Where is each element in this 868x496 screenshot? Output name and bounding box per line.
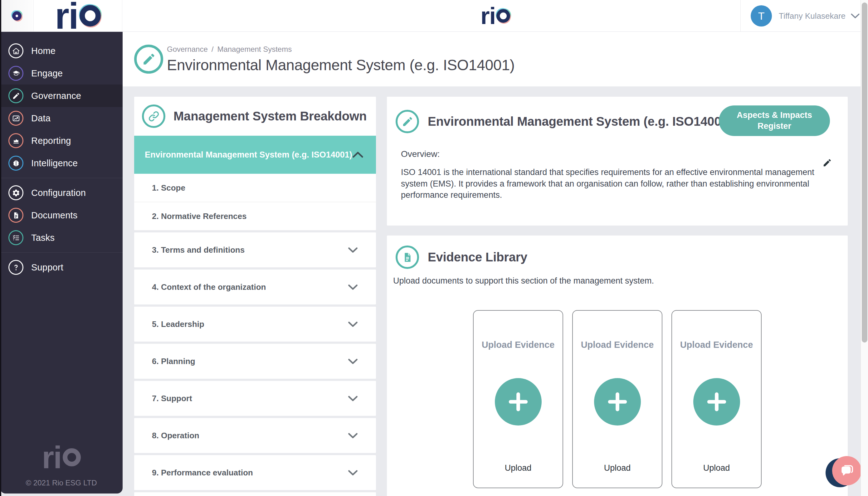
rio-wordmark: ri [55, 0, 101, 34]
scrollbar-thumb[interactable] [862, 2, 867, 342]
sidebar-group: HomeEngageGovernanceDataReportingIntelli… [0, 40, 123, 174]
sidebar-item-data[interactable]: Data [0, 107, 123, 129]
breakdown-section-3-terms-and-definitions[interactable]: 3. Terms and definitions [134, 232, 376, 267]
breakdown-section-6-planning[interactable]: 6. Planning [134, 344, 376, 379]
upload-button[interactable]: Upload [672, 463, 761, 473]
breadcrumb-separator: / [212, 45, 214, 54]
evidence-subtitle: Upload documents to support this section… [393, 276, 654, 286]
rio-o-icon [63, 448, 81, 466]
section-label: 2. Normative References [152, 212, 247, 221]
document-icon [396, 246, 419, 269]
section-label: 3. Terms and definitions [152, 245, 245, 255]
upload-card-title: Upload Evidence [474, 340, 562, 350]
sidebar-item-governance[interactable]: Governance [0, 84, 123, 107]
overview-label: Overview: [401, 149, 439, 159]
plus-icon[interactable] [693, 378, 740, 425]
sidebar-item-engage[interactable]: Engage [0, 62, 123, 84]
sidebar-item-support[interactable]: Support [0, 256, 123, 279]
evidence-title: Evidence Library [428, 250, 527, 264]
reporting-icon [9, 133, 24, 148]
documents-icon [9, 208, 24, 223]
aspects-impacts-register-button[interactable]: Aspects & Impacts Register [719, 106, 830, 136]
section-label: 6. Planning [152, 357, 195, 366]
evidence-library-card: Evidence Library Upload documents to sup… [387, 235, 848, 496]
upload-evidence-card-3[interactable]: Upload EvidenceUpload [671, 310, 762, 488]
sidebar-divider [0, 178, 123, 178]
home-icon [9, 43, 24, 58]
breakdown-section-4-context-of-the-organization[interactable]: 4. Context of the organization [134, 269, 376, 305]
app-window: ri ri T Tiffany Kulasekare HomeEngageGov… [0, 0, 868, 496]
configuration-icon [9, 185, 24, 200]
rio-wordmark-center: ri [480, 4, 510, 28]
upload-button[interactable]: Upload [573, 463, 662, 473]
sidebar-item-reporting[interactable]: Reporting [0, 129, 123, 152]
upload-evidence-card-2[interactable]: Upload EvidenceUpload [572, 310, 662, 488]
sidebar-item-label: Support [31, 262, 63, 273]
breakdown-section-7-support[interactable]: 7. Support [134, 381, 376, 416]
page-title: Environmental Management System (e.g. IS… [167, 57, 514, 74]
chat-button[interactable] [832, 456, 862, 485]
chevron-down-icon [348, 433, 358, 439]
breakdown-section-5-leadership[interactable]: 5. Leadership [134, 307, 376, 342]
chevron-down-icon [348, 321, 358, 327]
sidebar-item-label: Tasks [31, 233, 55, 243]
tasks-icon [9, 230, 24, 245]
section-label: 1. Scope [152, 183, 185, 193]
pencil-icon [134, 45, 163, 74]
sidebar-item-documents[interactable]: Documents [0, 204, 123, 227]
sidebar-group: ConfigurationDocumentsTasks [0, 182, 123, 249]
sidebar-item-configuration[interactable]: Configuration [0, 182, 123, 204]
chevron-down-icon [348, 284, 358, 290]
rio-ring-logo-icon [12, 11, 21, 20]
engage-icon [9, 66, 24, 81]
sidebar-item-label: Documents [31, 210, 77, 220]
sidebar-item-label: Engage [31, 68, 63, 79]
avatar[interactable]: T [751, 5, 772, 27]
copyright: © 2021 Rio ESG LTD [0, 479, 123, 487]
screen-edge-strip [0, 0, 1, 496]
rio-o-icon [496, 9, 510, 23]
chevron-down-icon [348, 396, 358, 402]
user-name: Tiffany Kulasekare [779, 11, 846, 21]
chevron-up-icon [352, 151, 363, 158]
sidebar-watermark: ri [0, 442, 123, 473]
rio-o-icon [80, 5, 101, 26]
sidebar: HomeEngageGovernanceDataReportingIntelli… [0, 32, 123, 494]
breakdown-active-item[interactable]: Environmental Management System (e.g. IS… [134, 136, 376, 174]
sidebar-item-label: Reporting [31, 136, 71, 146]
section-label: 8. Operation [152, 431, 199, 440]
governance-icon [9, 88, 24, 103]
sidebar-item-label: Data [31, 113, 50, 124]
sidebar-item-intelligence[interactable]: Intelligence [0, 152, 123, 174]
plus-icon[interactable] [495, 378, 542, 425]
breadcrumb: Governance/Management Systems [167, 45, 514, 54]
breakdown-head-card: Management System Breakdown Environmenta… [134, 97, 376, 230]
breadcrumb-governance[interactable]: Governance [167, 45, 208, 54]
breakdown-title: Management System Breakdown [173, 109, 367, 123]
breakdown-section-2-normative-references[interactable]: 2. Normative References [134, 202, 376, 230]
upload-button[interactable]: Upload [474, 463, 562, 473]
overview-text: ISO 14001 is the international standard … [401, 167, 838, 201]
sidebar-item-home[interactable]: Home [0, 40, 123, 62]
page-scrollbar[interactable] [861, 0, 868, 496]
user-menu[interactable]: T Tiffany Kulasekare [740, 0, 860, 32]
upload-evidence-card-1[interactable]: Upload EvidenceUpload [473, 310, 563, 488]
breakdown-section-next[interactable] [134, 492, 376, 496]
sidebar-divider [0, 252, 123, 253]
section-label: 5. Leadership [152, 320, 204, 329]
plus-icon[interactable] [594, 378, 641, 425]
overview-card: Environmental Management System (e.g. IS… [387, 97, 848, 226]
page-header-band: Governance/Management Systems Environmen… [123, 32, 868, 87]
breakdown-section-8-operation[interactable]: 8. Operation [134, 418, 376, 453]
breakdown-section-1-scope[interactable]: 1. Scope [134, 174, 376, 202]
brand-logo-mini [0, 0, 33, 31]
sidebar-item-label: Home [31, 46, 56, 56]
sidebar-item-tasks[interactable]: Tasks [0, 227, 123, 249]
sidebar-spacer [0, 279, 123, 442]
sidebar-group: Support [0, 256, 123, 279]
brand-logo[interactable]: ri [33, 0, 122, 31]
breadcrumb-management-systems[interactable]: Management Systems [217, 45, 292, 54]
upload-card-title: Upload Evidence [672, 340, 761, 350]
header-divider [740, 0, 741, 32]
breakdown-section-9-performance-evaluation[interactable]: 9. Performance evaluation [134, 455, 376, 490]
